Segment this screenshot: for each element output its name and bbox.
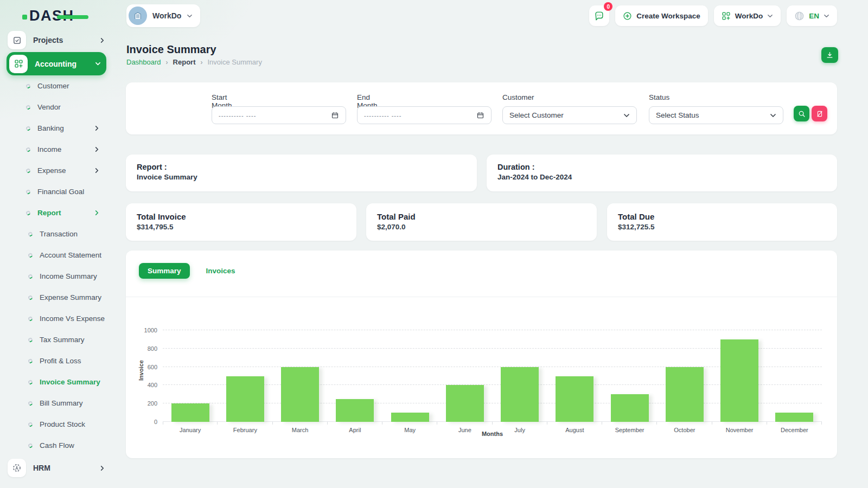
sidebar-item-income-vs-expense[interactable]: Income Vs Expense	[0, 308, 113, 329]
status-select[interactable]: Select Status	[649, 106, 783, 124]
sidebar-item-hrm[interactable]: HRM	[0, 456, 113, 480]
messages-button[interactable]: 0	[589, 5, 609, 26]
customer-select[interactable]: Select Customer	[502, 106, 637, 124]
slot-may: May	[382, 330, 437, 422]
sidebar-item-financial-goal[interactable]: Financial Goal	[0, 181, 113, 202]
app-switcher-button[interactable]: WorkDo	[714, 5, 781, 26]
bullet-icon	[28, 294, 34, 300]
x-axis-tick	[767, 422, 767, 425]
language-selector[interactable]: EN	[787, 5, 837, 26]
sidebar-item-cash-flow-label: Cash Flow	[40, 441, 74, 450]
sidebar-item-profit-loss[interactable]: Profit & Loss	[0, 350, 113, 371]
total-paid-label: Total Paid	[377, 212, 416, 221]
chevron-down-icon	[767, 13, 773, 19]
sidebar-item-cash-flow[interactable]: Cash Flow	[0, 435, 113, 456]
chevron-down-icon	[824, 13, 829, 19]
bullet-icon	[25, 168, 31, 174]
sidebar-item-report[interactable]: Report	[0, 202, 113, 223]
sidebar-item-bill-summary[interactable]: Bill Summary	[0, 393, 113, 414]
sidebar: DASH Projects Accounting Customer Vendor…	[0, 0, 113, 488]
bullet-icon	[25, 125, 31, 131]
y-axis-title: Invoice	[138, 360, 144, 381]
x-axis-tick	[217, 422, 218, 425]
tab-summary[interactable]: Summary	[139, 263, 190, 279]
start-month-input[interactable]: ---------- ----	[212, 106, 346, 124]
sidebar-item-invoice-summary-label: Invoice Summary	[40, 378, 100, 386]
sidebar-item-invoice-summary[interactable]: Invoice Summary	[0, 371, 113, 393]
bar-february	[226, 376, 264, 422]
sidebar-item-expense-label: Expense	[37, 166, 66, 175]
workspace-label: WorkDo	[152, 11, 181, 20]
sidebar-item-income-summary[interactable]: Income Summary	[0, 266, 113, 287]
end-month-placeholder: ---------- ----	[364, 112, 401, 119]
end-month-input[interactable]: ---------- ----	[357, 106, 492, 124]
logo-accent-dot	[22, 15, 27, 20]
grid-plus-icon	[14, 59, 23, 68]
sidebar-item-product-stock[interactable]: Product Stock	[0, 414, 113, 435]
x-axis-tick	[821, 422, 822, 425]
sidebar-item-report-label: Report	[37, 209, 61, 217]
chevron-down-icon	[95, 61, 101, 67]
sidebar-item-tax-summary[interactable]: Tax Summary	[0, 329, 113, 350]
search-button[interactable]	[794, 106, 809, 121]
y-tick-label: 400	[148, 382, 157, 388]
bullet-icon	[25, 104, 31, 110]
bullet-icon	[28, 400, 34, 406]
customer-label: Customer	[502, 93, 534, 101]
report-value: Invoice Summary	[137, 173, 197, 181]
x-axis-tick	[382, 422, 382, 425]
slot-october: October	[657, 330, 712, 422]
breadcrumb-dashboard[interactable]: Dashboard	[126, 58, 161, 66]
y-tick-label: 800	[148, 345, 157, 352]
download-icon	[826, 51, 834, 59]
x-axis-tick	[712, 422, 712, 425]
workspace-selector[interactable]: WorkDo	[126, 4, 200, 27]
chevron-down-icon	[770, 112, 776, 119]
sidebar-item-banking[interactable]: Banking	[0, 118, 113, 139]
sidebar-item-projects-label: Projects	[33, 36, 92, 44]
y-tick-label: 600	[148, 364, 157, 370]
sidebar-item-projects[interactable]: Projects	[0, 28, 113, 52]
total-invoice-label: Total Invoice	[137, 212, 186, 221]
sidebar-item-account-statement-label: Account Statement	[40, 251, 101, 259]
tab-invoices[interactable]: Invoices	[197, 263, 244, 279]
bar-december	[775, 413, 813, 422]
breadcrumb-report[interactable]: Report	[173, 58, 196, 66]
sidebar-item-vendor[interactable]: Vendor	[0, 97, 113, 118]
page-title: Invoice Summary	[126, 43, 216, 56]
duration-info-card: Duration : Jan-2024 to Dec-2024	[487, 155, 837, 191]
sidebar-item-account-statement[interactable]: Account Statement	[0, 245, 113, 266]
y-tick-label: 200	[148, 400, 157, 407]
sidebar-item-customer[interactable]: Customer	[0, 75, 113, 97]
reset-button[interactable]	[812, 106, 827, 121]
x-axis-tick	[327, 422, 328, 425]
download-button[interactable]	[821, 47, 838, 63]
sidebar-item-expense[interactable]: Expense	[0, 160, 113, 181]
y-tick-label: 0	[154, 419, 157, 425]
slot-june: June	[437, 330, 492, 422]
chevron-right-icon	[94, 125, 100, 131]
bullet-icon	[25, 210, 31, 216]
bar-may	[391, 413, 429, 422]
total-paid-value: $2,070.0	[377, 223, 406, 231]
sidebar-item-accounting[interactable]: Accounting	[7, 52, 106, 75]
hrm-icon-box	[8, 459, 26, 477]
bar-november	[720, 339, 758, 422]
sidebar-item-financial-goal-label: Financial Goal	[37, 188, 84, 196]
chevron-right-icon	[99, 465, 105, 471]
sidebar-item-transaction[interactable]: Transaction	[0, 223, 113, 245]
topbar-actions: 0 Create Workspace WorkDo EN	[589, 5, 837, 26]
bullet-icon	[28, 358, 34, 364]
tabs-divider	[126, 297, 837, 297]
create-workspace-button[interactable]: Create Workspace	[615, 5, 708, 26]
report-label: Report :	[137, 163, 167, 171]
dash-logo[interactable]: DASH	[29, 8, 74, 24]
sidebar-item-banking-label: Banking	[37, 124, 64, 132]
x-axis-tick	[656, 422, 657, 425]
sidebar-item-income[interactable]: Income	[0, 139, 113, 160]
sidebar-item-income-vs-expense-label: Income Vs Expense	[40, 314, 105, 323]
bar-september	[611, 394, 649, 422]
total-due-label: Total Due	[618, 212, 654, 221]
total-due-value: $312,725.5	[618, 223, 655, 231]
sidebar-item-expense-summary[interactable]: Expense Summary	[0, 287, 113, 308]
